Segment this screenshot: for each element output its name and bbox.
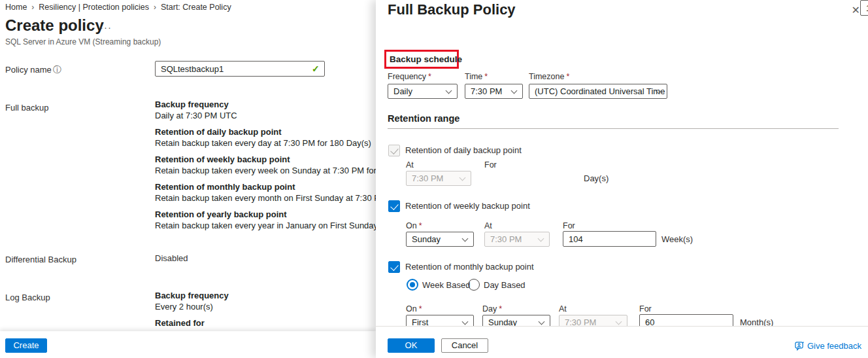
weekly-for-input[interactable] [563,231,656,247]
week-based-label[interactable]: Week Based [422,280,470,290]
breadcrumb-home[interactable]: Home [5,3,27,12]
weekly-on-value: Sunday [412,234,441,244]
monthly-day-dropdown[interactable]: Sunday [482,315,550,326]
breadcrumb-current: Start: Create Policy [161,3,231,12]
frequency-dropdown[interactable]: Daily [388,84,458,99]
chevron-down-icon [462,319,469,325]
daily-unit: Day(s) [584,173,609,183]
monthly-on-label-text: On [406,304,417,313]
page-subtitle: SQL Server in Azure VM (Streaming backup… [5,37,161,46]
feedback-icon [795,342,805,351]
ok-button[interactable]: OK [388,338,435,353]
daily-at-label: At [406,160,414,170]
log-backup-summary: Backup frequency Every 2 hour(s) Retaine… [155,291,376,334]
summary-item-title: Backup frequency [155,291,376,301]
full-backup-policy-panel: Full Backup Policy ✕ Backup schedule Fre… [376,0,868,358]
summary-item-title: Retention of weekly backup point [155,154,376,165]
timezone-label: Timezone* [529,72,569,81]
chevron-down-icon [462,236,469,242]
info-icon[interactable]: ⓘ [53,64,61,76]
give-feedback-link[interactable]: Give feedback [795,341,861,351]
frequency-label-text: Frequency [388,72,426,81]
weekly-on-dropdown[interactable]: Sunday [406,232,474,247]
weekly-retention-checkbox[interactable] [388,200,400,212]
give-feedback-label: Give feedback [807,341,861,351]
frequency-label: Frequency* [388,72,431,81]
summary-item-desc: Retain backup taken every day at 7:30 PM… [155,137,376,149]
daily-retention-checkbox [388,145,400,156]
weekly-at-dropdown: 7:30 PM [484,232,550,247]
breadcrumb-separator: › [31,3,34,12]
panel-title: Full Backup Policy [388,1,516,18]
daily-at-dropdown: 7:30 PM [406,171,471,186]
summary-item: Backup frequency Every 2 hour(s) [155,291,376,312]
page-title: Create policy [5,16,104,35]
chevron-down-icon [538,236,544,242]
summary-item: Retention of weekly backup point Retain … [155,154,376,176]
week-based-radio[interactable] [407,279,418,291]
valid-check-icon: ✓ [312,63,320,74]
differential-backup-value: Disabled [155,253,188,263]
time-dropdown[interactable]: 7:30 PM [465,84,523,99]
create-button[interactable]: Create [5,338,47,353]
time-value: 7:30 PM [471,86,502,96]
monthly-retention-checkbox[interactable] [388,261,400,273]
summary-item-desc: Every 2 hour(s) [155,301,376,312]
summary-item: Backup frequency Daily at 7:30 PM UTC [155,99,376,121]
summary-item: Retention of monthly backup point Retain… [155,182,376,204]
summary-item: Retention of yearly backup point Retain … [155,209,376,231]
policy-name-input[interactable] [155,61,325,77]
weekly-retention-label[interactable]: Retention of weekly backup point [405,201,530,211]
time-label: Time* [465,72,488,81]
panel-content: Full Backup Policy ✕ Backup schedule Fre… [376,0,868,326]
daily-for-input[interactable] [860,0,868,16]
retention-range-heading: Retention range [388,113,459,124]
more-actions-icon[interactable]: ··· [100,22,112,33]
timezone-value: (UTC) Coordinated Universal Time [535,86,665,96]
required-asterisk: * [566,72,569,81]
breadcrumb: Home›Resiliency | Protection policies›St… [5,3,231,12]
create-policy-page: Home›Resiliency | Protection policies›St… [0,0,376,358]
monthly-on-dropdown[interactable]: First [406,315,474,326]
weekly-at-value: 7:30 PM [490,234,522,244]
differential-backup-label: Differential Backup [5,255,76,264]
backup-schedule-heading: Backup schedule [386,54,462,64]
full-backup-summary: Backup frequency Daily at 7:30 PM UTC Re… [155,99,376,237]
close-icon[interactable]: ✕ [852,4,860,16]
timezone-label-text: Timezone [529,72,564,81]
summary-item-desc: Daily at 7:30 PM UTC [155,110,376,121]
left-footer: Create [0,331,376,358]
panel-footer: OK Cancel Give feedback [376,326,868,358]
summary-item-desc: Retain backup taken every week on Sunday… [155,165,376,176]
divider [388,128,839,129]
daily-at-value: 7:30 PM [412,173,443,183]
summary-item-title: Backup frequency [155,99,376,110]
cancel-button[interactable]: Cancel [441,338,488,353]
required-asterisk: * [484,72,488,81]
required-asterisk: * [428,72,431,81]
required-asterisk: * [419,221,422,230]
log-backup-label: Log Backup [5,293,50,302]
weekly-on-label-text: On [406,221,417,230]
day-based-radio[interactable] [468,279,480,291]
summary-item-title: Retention of monthly backup point [155,182,376,192]
daily-for-label: For [484,160,497,170]
chevron-down-icon [459,175,466,181]
summary-item: Retained for [155,318,376,329]
monthly-day-label: Day* [482,304,502,313]
monthly-retention-label[interactable]: Retention of monthly backup point [405,262,534,272]
monthly-on-label: On* [406,304,422,313]
monthly-day-value: Sunday [488,317,517,326]
weekly-for-label: For [563,221,575,230]
required-asterisk: * [419,304,422,313]
summary-item-title: Retention of yearly backup point [155,209,376,220]
day-based-label[interactable]: Day Based [484,280,526,290]
breadcrumb-protection-policies[interactable]: Resiliency | Protection policies [39,3,149,12]
timezone-dropdown[interactable]: (UTC) Coordinated Universal Time [529,84,667,99]
full-backup-label: Full backup [5,103,48,113]
weekly-at-label: At [484,221,492,230]
monthly-for-input[interactable] [639,314,733,326]
daily-retention-label: Retention of daily backup point [405,145,522,155]
screen: Home›Resiliency | Protection policies›St… [0,0,868,358]
summary-item-title: Retained for [155,318,376,329]
